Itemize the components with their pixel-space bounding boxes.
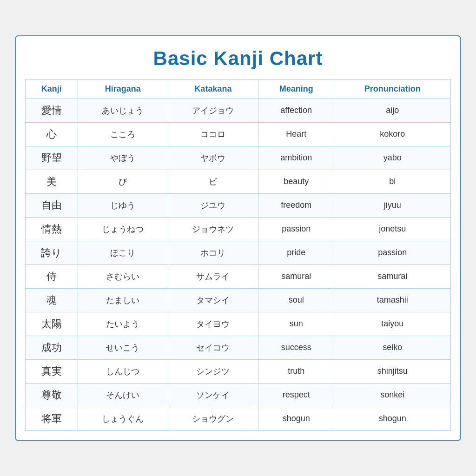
col-header-kanji: Kanji [26,79,78,99]
kanji-table: Kanji Hiragana Katakana Meaning Pronunci… [25,79,451,431]
cell-katakana: ジユウ [168,193,258,217]
cell-kanji: 野望 [26,146,78,170]
table-row: 誇りほこりホコリpridepassion [26,241,451,264]
cell-meaning: soul [258,288,334,312]
table-row: 心こころココロHeartkokoro [26,122,451,146]
cell-hiragana: あいじょう [78,99,168,122]
cell-meaning: sun [258,312,334,336]
cell-katakana: セイコウ [168,336,258,359]
cell-hiragana: ほこり [78,241,168,264]
cell-meaning: samurai [258,264,334,288]
cell-kanji: 自由 [26,193,78,217]
cell-katakana: サムライ [168,264,258,288]
table-row: 太陽たいようタイヨウsuntaiyou [26,312,451,336]
cell-kanji: 魂 [26,288,78,312]
cell-katakana: タマシイ [168,288,258,312]
table-row: 将軍しょうぐんショウグンshogunshogun [26,407,451,430]
table-row: 侍さむらいサムライsamuraisamurai [26,264,451,288]
cell-meaning: passion [258,217,334,241]
cell-kanji: 誇り [26,241,78,264]
cell-pronunciation: taiyou [334,312,451,336]
col-header-hiragana: Hiragana [78,79,168,99]
table-row: 成功せいこうセイコウsuccessseiko [26,336,451,359]
table-row: 野望やぼうヤボウambitionyabo [26,146,451,170]
col-header-pronunciation: Pronunciation [334,79,451,99]
table-row: 魂たましいタマシイsoultamashii [26,288,451,312]
cell-meaning: respect [258,383,334,407]
cell-meaning: ambition [258,146,334,170]
cell-katakana: ジョウネツ [168,217,258,241]
table-row: 美びビbeautybi [26,170,451,193]
cell-pronunciation: yabo [334,146,451,170]
cell-meaning: affection [258,99,334,122]
cell-meaning: success [258,336,334,359]
cell-pronunciation: seiko [334,336,451,359]
cell-kanji: 太陽 [26,312,78,336]
cell-katakana: ビ [168,170,258,193]
cell-pronunciation: shogun [334,407,451,430]
cell-hiragana: たいよう [78,312,168,336]
cell-hiragana: やぼう [78,146,168,170]
cell-hiragana: たましい [78,288,168,312]
cell-kanji: 尊敬 [26,383,78,407]
cell-pronunciation: passion [334,241,451,264]
cell-kanji: 将軍 [26,407,78,430]
cell-katakana: アイジョウ [168,99,258,122]
table-row: 尊敬そんけいソンケイrespectsonkei [26,383,451,407]
table-row: 情熱じょうねつジョウネツpassionjonetsu [26,217,451,241]
cell-katakana: ヤボウ [168,146,258,170]
cell-pronunciation: aijo [334,99,451,122]
cell-pronunciation: jonetsu [334,217,451,241]
table-row: 真実しんじつシンジツtruthshinjitsu [26,359,451,383]
cell-katakana: シンジツ [168,359,258,383]
cell-meaning: pride [258,241,334,264]
cell-meaning: shogun [258,407,334,430]
cell-hiragana: せいこう [78,336,168,359]
cell-pronunciation: jiyuu [334,193,451,217]
cell-kanji: 愛情 [26,99,78,122]
col-header-meaning: Meaning [258,79,334,99]
cell-katakana: ココロ [168,122,258,146]
cell-hiragana: しょうぐん [78,407,168,430]
cell-hiragana: さむらい [78,264,168,288]
kanji-chart-card: Basic Kanji Chart Kanji Hiragana Katakan… [15,35,461,441]
cell-pronunciation: kokoro [334,122,451,146]
cell-pronunciation: bi [334,170,451,193]
col-header-katakana: Katakana [168,79,258,99]
cell-katakana: ソンケイ [168,383,258,407]
cell-pronunciation: sonkei [334,383,451,407]
cell-katakana: タイヨウ [168,312,258,336]
cell-kanji: 侍 [26,264,78,288]
cell-katakana: ショウグン [168,407,258,430]
cell-katakana: ホコリ [168,241,258,264]
cell-hiragana: じょうねつ [78,217,168,241]
cell-kanji: 真実 [26,359,78,383]
cell-kanji: 心 [26,122,78,146]
cell-hiragana: しんじつ [78,359,168,383]
table-row: 愛情あいじょうアイジョウaffectionaijo [26,99,451,122]
cell-meaning: truth [258,359,334,383]
cell-hiragana: び [78,170,168,193]
cell-pronunciation: samurai [334,264,451,288]
cell-hiragana: そんけい [78,383,168,407]
cell-kanji: 成功 [26,336,78,359]
cell-hiragana: じゆう [78,193,168,217]
chart-title: Basic Kanji Chart [25,47,451,70]
table-header-row: Kanji Hiragana Katakana Meaning Pronunci… [26,79,451,99]
table-row: 自由じゆうジユウfreedomjiyuu [26,193,451,217]
cell-hiragana: こころ [78,122,168,146]
cell-meaning: freedom [258,193,334,217]
cell-kanji: 情熱 [26,217,78,241]
cell-pronunciation: shinjitsu [334,359,451,383]
cell-pronunciation: tamashii [334,288,451,312]
cell-kanji: 美 [26,170,78,193]
cell-meaning: Heart [258,122,334,146]
cell-meaning: beauty [258,170,334,193]
